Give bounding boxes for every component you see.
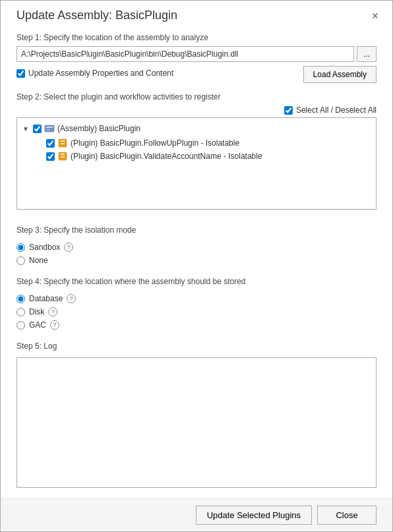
none-radio-row: None (16, 256, 377, 265)
dialog-footer: Update Selected Plugins Close (1, 498, 392, 531)
assembly-path-input[interactable] (16, 46, 354, 62)
tree-child-2: (Plugin) BasicPlugin.ValidateAccountName… (46, 151, 371, 162)
gac-radio[interactable] (16, 321, 25, 330)
root-chevron-icon: ▼ (22, 125, 30, 133)
plugin1-checkbox[interactable] (46, 139, 55, 148)
update-selected-plugins-button[interactable]: Update Selected Plugins (196, 506, 312, 525)
footer-close-button[interactable]: Close (317, 506, 377, 525)
tree-child-1: (Plugin) BasicPlugin.FollowUpPlugin - Is… (46, 138, 371, 148)
root-label: (Assembly) BasicPlugin (57, 124, 140, 133)
plugin2-checkbox[interactable] (46, 152, 55, 161)
step3-options: Sandbox ? None (16, 243, 377, 269)
update-properties-checkbox[interactable] (16, 69, 25, 78)
update-properties-label: Update Assembly Properties and Content (28, 69, 173, 78)
plugin1-label: (Plugin) BasicPlugin.FollowUpPlugin - Is… (71, 138, 239, 148)
root-checkbox[interactable] (33, 125, 42, 133)
svg-rect-7 (61, 154, 65, 155)
step3-label: Step 3: Specify the isolation mode (16, 225, 377, 235)
step2-label: Step 2: Select the plugin and workflow a… (16, 92, 377, 102)
step1-controls-row: Update Assembly Properties and Content L… (16, 66, 377, 83)
sandbox-label: Sandbox (29, 243, 60, 252)
gac-radio-row: GAC ? (16, 320, 377, 330)
select-all-row: Select All / Deselect All (16, 105, 377, 115)
svg-rect-1 (46, 127, 53, 128)
svg-rect-5 (61, 143, 65, 144)
path-row: ... (16, 46, 377, 62)
sandbox-help-icon[interactable]: ? (64, 243, 73, 252)
plugin-icon-1 (57, 138, 68, 148)
title-bar: Update Assembly: BasicPlugin ✕ (1, 1, 392, 28)
step4-label: Step 4: Specify the location where the a… (16, 277, 377, 286)
dialog-content: Step 1: Specify the location of the asse… (1, 28, 392, 498)
load-assembly-button[interactable]: Load Assembly (303, 66, 377, 83)
svg-rect-4 (61, 140, 65, 142)
database-radio-row: Database ? (16, 294, 377, 303)
svg-rect-0 (45, 125, 54, 132)
svg-rect-2 (46, 129, 50, 131)
sandbox-radio[interactable] (16, 243, 25, 252)
sandbox-radio-row: Sandbox ? (16, 243, 377, 252)
browse-button[interactable]: ... (357, 46, 377, 62)
plugin-tree-panel: ▼ (Assembly) BasicPlugin (16, 117, 377, 210)
select-all-label: Select All / Deselect All (296, 105, 377, 115)
step5-label: Step 5: Log (16, 341, 377, 351)
assembly-icon (44, 123, 55, 134)
database-radio[interactable] (16, 295, 25, 303)
disk-help-icon[interactable]: ? (48, 307, 57, 316)
step4-options: Database ? Disk ? GAC ? (16, 294, 377, 334)
database-help-icon[interactable]: ? (67, 294, 76, 303)
update-assembly-dialog: Update Assembly: BasicPlugin ✕ Step 1: S… (0, 0, 393, 532)
tree-root-row: ▼ (Assembly) BasicPlugin (22, 123, 371, 134)
disk-radio[interactable] (16, 308, 25, 316)
svg-rect-8 (61, 156, 65, 158)
close-icon-button[interactable]: ✕ (369, 9, 382, 22)
select-all-checkbox[interactable] (284, 106, 293, 115)
database-label: Database (29, 294, 63, 303)
gac-help-icon[interactable]: ? (50, 320, 59, 330)
gac-label: GAC (29, 320, 46, 330)
none-radio[interactable] (16, 256, 25, 265)
plugin-icon-2 (57, 151, 68, 162)
dialog-title: Update Assembly: BasicPlugin (16, 9, 177, 22)
plugin2-label: (Plugin) BasicPlugin.ValidateAccountName… (71, 152, 262, 161)
none-label: None (29, 256, 48, 265)
step1-label: Step 1: Specify the location of the asse… (16, 33, 377, 42)
disk-label: Disk (29, 307, 44, 316)
log-panel (16, 357, 377, 488)
update-properties-row: Update Assembly Properties and Content (16, 69, 173, 78)
disk-radio-row: Disk ? (16, 307, 377, 316)
